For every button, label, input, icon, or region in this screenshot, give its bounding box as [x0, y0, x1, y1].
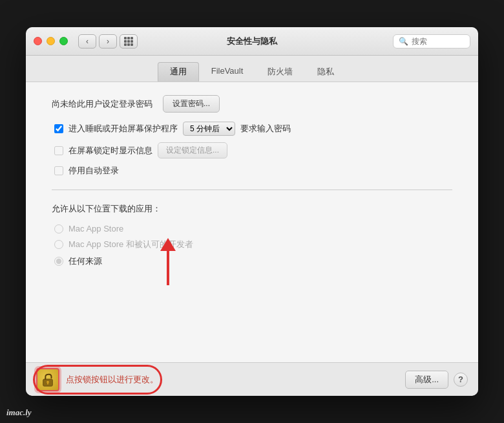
search-box[interactable]: 🔍 [393, 34, 470, 49]
radio-appstore-dev-row: Mac App Store 和被认可的开发者 [54, 239, 452, 250]
close-button[interactable] [34, 37, 42, 45]
watermark: imac.ly [6, 407, 32, 418]
require-label: 要求输入密码 [240, 123, 291, 135]
sleep-checkbox[interactable] [54, 124, 63, 133]
radio-appstore-row: Mac App Store [54, 224, 452, 233]
grid-icon [124, 37, 133, 46]
auto-login-row: 停用自动登录 [54, 165, 452, 177]
search-icon: 🔍 [399, 37, 408, 46]
radio-appstore-dev[interactable] [54, 240, 63, 249]
radio-anywhere-row: 任何来源 [54, 255, 452, 267]
sleep-label: 进入睡眠或开始屏幕保护程序 [68, 123, 178, 135]
grid-button[interactable] [120, 34, 138, 49]
forward-button[interactable]: › [99, 34, 117, 49]
section-divider [52, 190, 452, 190]
tabbar: 通用 FileVault 防火墙 隐私 [26, 56, 478, 82]
minimize-button[interactable] [47, 37, 55, 45]
radio-appstore-label: Mac App Store [68, 224, 123, 233]
radio-anywhere-label: 任何来源 [68, 255, 102, 267]
sleep-duration-select[interactable]: 5 分钟后 [183, 122, 235, 136]
lock-info-row: 在屏幕锁定时显示信息 设定锁定信息... [54, 142, 452, 158]
main-window: ‹ › 安全性与隐私 🔍 通用 FileVault 防火墙 隐私 尚 [26, 27, 478, 396]
svg-rect-4 [47, 382, 48, 384]
tab-general[interactable]: 通用 [158, 62, 199, 81]
tab-privacy[interactable]: 隐私 [305, 62, 346, 81]
lock-icon-wrap[interactable] [36, 368, 59, 391]
radio-appstore-dev-label: Mac App Store 和被认可的开发者 [68, 239, 193, 250]
tab-filevault[interactable]: FileVault [199, 62, 256, 81]
nav-buttons: ‹ › [78, 34, 117, 49]
back-button[interactable]: ‹ [78, 34, 96, 49]
content-area: 尚未给此用户设定登录密码 设置密码... 进入睡眠或开始屏幕保护程序 5 分钟后… [26, 82, 478, 362]
arrow-annotation [52, 272, 452, 311]
tab-firewall[interactable]: 防火墙 [255, 62, 305, 81]
password-label: 尚未给此用户设定登录密码 [52, 98, 152, 110]
lock-info-label: 在屏幕锁定时显示信息 [68, 145, 152, 157]
titlebar: ‹ › 安全性与隐私 🔍 [26, 27, 478, 56]
lock-info-checkbox[interactable] [54, 146, 63, 155]
radio-appstore[interactable] [54, 224, 63, 233]
auto-login-label: 停用自动登录 [68, 165, 119, 177]
bottombar: 点按锁按钮以进行更改。 高级... ? [26, 362, 478, 396]
downloads-section-title: 允许从以下位置下载的应用： [52, 203, 452, 215]
bottom-right: 高级... ? [405, 371, 468, 389]
search-input[interactable] [412, 37, 463, 46]
lock-text: 点按锁按钮以进行更改。 [66, 374, 158, 385]
window-title: 安全性与隐私 [227, 36, 277, 47]
traffic-lights [34, 37, 68, 45]
maximize-button[interactable] [59, 37, 68, 45]
sleep-checkbox-row: 进入睡眠或开始屏幕保护程序 5 分钟后 要求输入密码 [54, 122, 452, 136]
auto-login-checkbox[interactable] [54, 166, 63, 175]
advanced-button[interactable]: 高级... [405, 371, 448, 389]
lock-icon [41, 373, 55, 387]
help-button[interactable]: ? [454, 373, 468, 387]
lock-info-button: 设定锁定信息... [158, 142, 227, 158]
forward-icon: › [107, 37, 109, 46]
back-icon: ‹ [86, 37, 89, 46]
radio-anywhere[interactable] [54, 257, 63, 266]
set-password-button[interactable]: 设置密码... [163, 95, 220, 113]
password-row: 尚未给此用户设定登录密码 设置密码... [52, 95, 452, 113]
lock-area-wrapper: 点按锁按钮以进行更改。 [36, 368, 158, 391]
